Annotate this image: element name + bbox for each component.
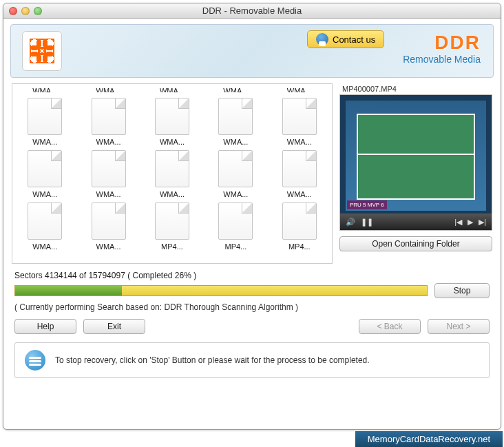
file-item[interactable]: WMA... [14,87,76,92]
file-icon [28,202,62,240]
file-icon [92,150,126,187]
file-label: WMA... [269,190,330,198]
preview-panel: MP400007.MP4 PRU 5 MVP 6 🔊 ❚❚ |◀ ▶ ▶| [339,83,492,264]
video-preview[interactable]: PRU 5 MVP 6 🔊 ❚❚ |◀ ▶ ▶| [339,94,492,231]
hint-text: To stop recovery, click on 'Stop' Button… [55,355,370,365]
window-controls [9,7,42,15]
play-icon[interactable]: ▶ [468,218,473,227]
file-label: WMA... [204,138,266,146]
file-label: WMA... [141,190,203,198]
progress-fill [15,286,122,295]
hint-box: To stop recovery, click on 'Stop' Button… [14,342,490,378]
content-area: WMA... WMA... WMA... WMA... WMA... WMA..… [3,78,501,378]
preview-image [346,101,486,211]
back-button[interactable]: < Back [359,319,421,334]
file-label: WMA... [269,138,330,146]
file-icon [282,202,317,240]
contact-us-label: Contact us [333,34,375,45]
footer-site-tag: MemoryCardDataRecovery.net [355,431,503,447]
file-label: WMA... [77,190,139,198]
file-item[interactable]: WMA... [77,87,139,92]
progress-text: Sectors 4134144 of 15794097 ( Completed … [14,271,490,280]
file-label: WMA... [77,87,139,92]
file-label: WMA... [14,87,76,92]
volume-icon[interactable]: 🔊 [346,218,355,227]
window-title: DDR - Removable Media [3,6,501,16]
file-icon [218,98,253,135]
file-item[interactable]: WMA... [204,146,266,198]
file-label: WMA... [204,190,266,198]
file-label: MP4... [204,242,266,251]
file-icon [92,98,126,135]
file-item[interactable]: WMA... [77,94,139,146]
app-logo [22,31,62,71]
titlebar: DDR - Removable Media [3,3,501,19]
file-label: WMA... [269,87,330,92]
file-icon [155,98,189,135]
file-item[interactable]: WMA... [204,87,266,92]
file-item[interactable]: WMA... [269,87,330,92]
file-label: WMA... [77,242,139,251]
file-icon [282,150,317,187]
brand-block: DDR Removable Media [403,32,481,65]
score-overlay: PRU 5 MVP 6 [347,200,387,209]
app-window: DDR - Removable Media Contact us DDR Rem… [3,3,501,430]
file-icon [218,150,253,187]
logo-icon [30,39,54,63]
file-item[interactable]: WMA... [141,146,203,198]
file-label: MP4... [269,242,330,251]
file-label: WMA... [141,87,203,92]
file-item[interactable]: WMA... [77,198,139,251]
help-button[interactable]: Help [14,319,76,334]
file-label: MP4... [141,242,203,251]
recovered-files-grid[interactable]: WMA... WMA... WMA... WMA... WMA... WMA..… [12,83,333,264]
media-controls: 🔊 ❚❚ |◀ ▶ ▶| [340,214,492,230]
exit-button[interactable]: Exit [83,319,145,334]
file-item[interactable]: MP4... [269,198,330,251]
file-item[interactable]: WMA... [14,94,76,146]
stop-button[interactable]: Stop [434,283,490,298]
file-label: WMA... [204,87,266,92]
file-label: WMA... [14,138,76,146]
file-item[interactable]: WMA... [204,94,266,146]
header-banner: Contact us DDR Removable Media [10,24,494,78]
file-item[interactable]: WMA... [14,198,76,251]
next-button[interactable]: Next > [428,319,490,334]
open-containing-folder-button[interactable]: Open Containing Folder [339,236,492,251]
file-icon [155,202,189,240]
minimize-window-button[interactable] [21,7,30,15]
file-item[interactable]: MP4... [204,198,266,251]
info-icon [25,350,45,371]
file-icon [282,98,317,135]
file-item[interactable]: MP4... [141,198,203,251]
file-icon [155,150,189,187]
file-label: WMA... [77,138,139,146]
preview-filename: MP400007.MP4 [339,83,492,94]
file-label: WMA... [14,190,76,198]
file-label: WMA... [141,138,203,146]
contact-us-button[interactable]: Contact us [307,30,384,48]
file-item[interactable]: WMA... [141,94,203,146]
brand-subtitle: Removable Media [403,54,481,65]
file-icon [28,150,62,187]
prev-track-icon[interactable]: |◀ [454,218,462,227]
file-label: WMA... [14,242,76,251]
brand-title: DDR [403,32,481,54]
file-item[interactable]: WMA... [269,146,330,198]
file-icon [218,202,253,240]
close-window-button[interactable] [9,7,17,15]
progress-bar [14,285,428,296]
file-icon [92,202,126,240]
file-item[interactable]: WMA... [77,146,139,198]
pause-icon[interactable]: ❚❚ [361,218,373,227]
file-icon [28,98,62,135]
nav-buttons: Help Exit < Back Next > [14,319,490,334]
file-item[interactable]: WMA... [14,146,76,198]
algorithm-text: ( Currently performing Search based on: … [14,302,490,312]
zoom-window-button[interactable] [34,7,42,15]
file-item[interactable]: WMA... [269,94,330,146]
person-icon [316,33,328,45]
file-item[interactable]: WMA... [141,87,203,92]
next-track-icon[interactable]: ▶| [479,218,486,227]
